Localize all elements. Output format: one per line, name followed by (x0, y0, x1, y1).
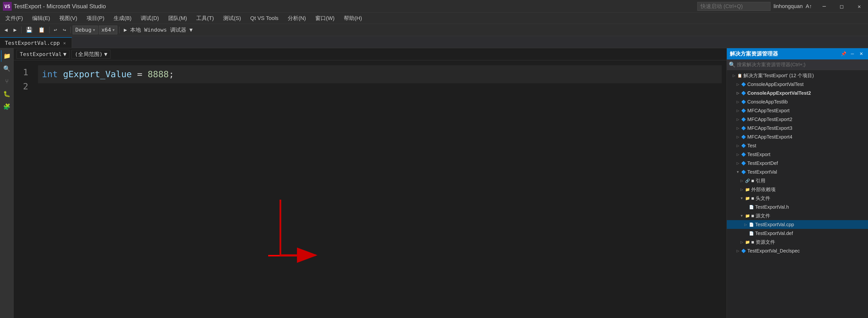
se-tree: ▷ 📋 解决方案'TestExport' (12 个项目) ▷ 🔷 Consol… (727, 70, 868, 318)
tree-label: ■ 引用 (751, 177, 765, 184)
tree-label: MFCAppTestExport2 (747, 117, 793, 122)
left-scope-dropdown[interactable]: TestExportVal ▼ (17, 50, 69, 59)
se-title: 解决方案资源管理器 (730, 50, 778, 58)
tree-project-test[interactable]: ▷ 🔷 Test (727, 141, 868, 150)
tab-close-icon[interactable]: ✕ (62, 40, 67, 46)
code-line-2 (38, 83, 722, 97)
menu-team[interactable]: 团队(M) (164, 13, 191, 23)
close-button[interactable]: ✕ (850, 0, 868, 13)
code-content[interactable]: int gExport_Value = 8888; (33, 60, 726, 318)
menu-file[interactable]: 文件(F) (1, 13, 27, 23)
tree-file-cpp[interactable]: ▷ 📄 TestExportVal.cpp (727, 220, 868, 229)
tree-project-mfcexport3[interactable]: ▷ 🔷 MFCAppTestExport3 (727, 124, 868, 133)
toolbar-back-btn[interactable]: ◀ (2, 25, 10, 35)
tab-testexportval-cpp[interactable]: TestExportVal.cpp ✕ (0, 37, 72, 48)
menu-build[interactable]: 生成(B) (109, 13, 136, 23)
se-search-input[interactable] (737, 62, 866, 67)
tree-resource-files[interactable]: ▷ 📁 ■ 资源文件 (727, 238, 868, 246)
extensions-icon[interactable]: 🧩 (1, 101, 13, 112)
debug-mode-arrow-icon: ▼ (93, 28, 95, 32)
project-icon: 🔷 (741, 126, 746, 131)
tree-project-declspec[interactable]: ▷ 🔷 TestExportVal_Declspec (727, 246, 868, 255)
menu-analyze[interactable]: 分析(N) (283, 13, 310, 23)
code-editor[interactable]: 1 2 int gExport_Value = 8888; (14, 60, 726, 318)
toolbar-save-btn[interactable]: 💾 (23, 25, 35, 35)
se-collapse-icon[interactable]: ─ (848, 50, 856, 58)
run-debug-label: ▶ 本地 Windows 调试器 ▼ (124, 26, 193, 34)
tree-project-mfcexport2[interactable]: ▷ 🔷 MFCAppTestExport2 (727, 115, 868, 124)
project-icon: 🔷 (741, 117, 746, 122)
tree-label: ■ 头文件 (751, 195, 770, 202)
tree-references[interactable]: ▷ 🔗 ■ 引用 (727, 176, 868, 185)
tree-project-testexportdef[interactable]: ▷ 🔷 TestExportDef (727, 159, 868, 168)
tree-arrow-icon: ▷ (743, 222, 748, 226)
tree-arrow-icon: ▷ (736, 91, 740, 95)
tree-label-solution: 解决方案'TestExport' (12 个项目) (743, 72, 814, 79)
tree-label: TestExportVal.cpp (755, 222, 794, 227)
platform-label: x64 (101, 27, 111, 33)
debug-mode-dropdown[interactable]: Debug ▼ (73, 26, 98, 34)
toolbar-undo-btn[interactable]: ↩ (52, 25, 60, 35)
tree-label: TestExportVal_Declspec (747, 248, 800, 254)
right-scope-label: (全局范围) (74, 51, 103, 58)
platform-arrow-icon: ▼ (113, 28, 114, 32)
top-search-area: linhongquan A↑ (697, 2, 812, 11)
se-title-bar: 解决方案资源管理器 📌 ─ ✕ (727, 48, 868, 60)
folder-icon: 📁 (745, 214, 750, 218)
explorer-icon[interactable]: 📁 (1, 50, 13, 62)
restore-button[interactable]: □ (833, 0, 850, 13)
operator-equals: = (137, 67, 143, 81)
se-close-icon[interactable]: ✕ (857, 50, 865, 58)
tree-arrow-icon: ▷ (736, 82, 740, 86)
menu-test[interactable]: 测试(S) (219, 13, 245, 23)
tree-arrow-icon: ▷ (732, 74, 736, 77)
tree-source-files[interactable]: ▼ 📁 ■ 源文件 (727, 211, 868, 220)
toolbar-save-all-btn[interactable]: 📋 (36, 25, 47, 35)
menu-bar: 文件(F) 编辑(E) 视图(V) 项目(P) 生成(B) 调试(D) 团队(M… (0, 13, 868, 24)
tree-label: TestExport (747, 152, 770, 157)
toolbar-forward-btn[interactable]: ▶ (11, 25, 19, 35)
tree-label: ConsoleAppExportValTest (747, 81, 804, 87)
tree-arrow-icon: ▷ (736, 109, 740, 112)
tree-project-consoleval2[interactable]: ▷ 🔷 ConsoleAppExportValTest2 (727, 89, 868, 97)
right-scope-dropdown[interactable]: (全局范围) ▼ (71, 50, 111, 59)
se-pin-icon[interactable]: 📌 (840, 50, 847, 58)
tree-external-deps[interactable]: ▷ 📁 外部依赖项 (727, 185, 868, 194)
tree-project-testexportval[interactable]: ▼ 🔷 TestExportVal (727, 168, 868, 176)
toolbar-redo-btn[interactable]: ↪ (60, 25, 68, 35)
tree-arrow-icon: ▷ (740, 187, 744, 191)
tree-project-consoletestlib[interactable]: ▷ 🔷 ConsoleAppTestlib (727, 97, 868, 106)
tree-project-mfcexport4[interactable]: ▷ 🔷 MFCAppTestExport4 (727, 133, 868, 141)
tree-label: ConsoleAppExportValTest2 (747, 90, 811, 96)
tree-project-consoleval[interactable]: ▷ 🔷 ConsoleAppExportValTest (727, 80, 868, 89)
git-icon[interactable]: ⑂ (1, 75, 13, 87)
minimize-button[interactable]: ─ (815, 0, 833, 13)
platform-dropdown[interactable]: x64 ▼ (99, 26, 117, 34)
tab-bar: TestExportVal.cpp ✕ (0, 36, 868, 48)
left-scope-label: TestExportVal (20, 51, 62, 57)
menu-help[interactable]: 帮助(H) (339, 13, 367, 23)
tree-label: TestExportVal.h (755, 204, 789, 210)
menu-debug[interactable]: 调试(D) (136, 13, 163, 23)
menu-tools[interactable]: 工具(T) (192, 13, 218, 23)
menu-view[interactable]: 视图(V) (55, 13, 82, 23)
menu-qt[interactable]: Qt VS Tools (246, 14, 283, 23)
font-size-button[interactable]: A↑ (806, 3, 812, 9)
quick-launch-input[interactable] (697, 2, 771, 11)
menu-window[interactable]: 窗口(W) (311, 13, 339, 23)
debug-icon[interactable]: 🐛 (1, 88, 13, 100)
tree-file-header-h[interactable]: 📄 TestExportVal.h (727, 203, 868, 211)
tree-project-testexport[interactable]: ▷ 🔷 TestExport (727, 150, 868, 159)
search-icon[interactable]: 🔍 (1, 63, 13, 74)
tree-arrow-icon (743, 231, 748, 235)
menu-edit[interactable]: 编辑(E) (28, 13, 54, 23)
tree-project-mfcexport[interactable]: ▷ 🔷 MFCAppTestExport (727, 106, 868, 115)
right-scope-arrow-icon: ▼ (104, 51, 107, 57)
tree-header-files[interactable]: ▼ 📁 ■ 头文件 (727, 194, 868, 203)
toolbar-sep-1 (21, 27, 22, 33)
line-numbers: 1 2 (14, 60, 33, 318)
menu-project[interactable]: 项目(P) (82, 13, 109, 23)
run-debug-btn[interactable]: ▶ 本地 Windows 调试器 ▼ (121, 25, 195, 35)
tree-solution-root[interactable]: ▷ 📋 解决方案'TestExport' (12 个项目) (727, 71, 868, 80)
tree-file-def[interactable]: 📄 TestExportVal.def (727, 229, 868, 238)
